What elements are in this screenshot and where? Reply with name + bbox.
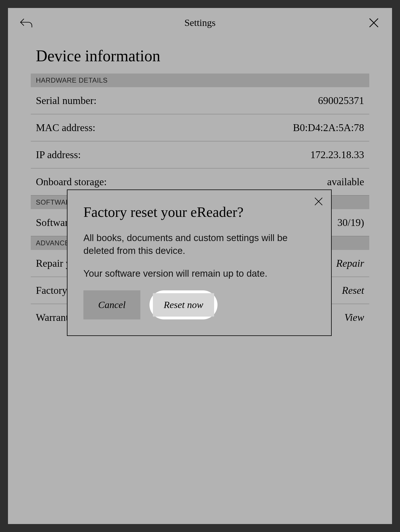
serial-label: Serial number: <box>36 95 97 107</box>
reset-button-highlight: Reset now <box>149 290 218 319</box>
back-icon[interactable] <box>19 16 33 30</box>
section-hardware: HARDWARE DETAILS <box>31 74 369 87</box>
mac-label: MAC address: <box>36 122 95 134</box>
header-bar: Settings <box>8 8 392 35</box>
dialog-title: Factory reset your eReader? <box>83 204 315 220</box>
mac-value: B0:D4:2A:5A:78 <box>293 122 364 134</box>
header-title: Settings <box>33 17 367 28</box>
ip-label: IP address: <box>36 149 81 161</box>
close-icon[interactable] <box>367 16 381 30</box>
dialog-close-icon[interactable] <box>313 196 324 207</box>
page-title: Device information <box>31 47 369 65</box>
row-mac: MAC address: B0:D4:2A:5A:78 <box>31 114 369 141</box>
onboard-label: Onboard storage: <box>36 176 107 188</box>
device-frame: Settings Device information HARDWARE DET… <box>0 0 400 532</box>
screen: Settings Device information HARDWARE DET… <box>8 8 392 524</box>
warranty-action[interactable]: View <box>344 311 364 323</box>
serial-value: 690025371 <box>318 95 364 107</box>
factory-reset-dialog: Factory reset your eReader? All books, d… <box>67 189 332 336</box>
row-ip: IP address: 172.23.18.33 <box>31 141 369 168</box>
dialog-button-row: Cancel Reset now <box>83 290 315 319</box>
row-serial: Serial number: 690025371 <box>31 87 369 114</box>
dialog-body-1: All books, documents and custom settings… <box>83 232 315 257</box>
repair-action[interactable]: Repair <box>336 257 364 269</box>
ip-value: 172.23.18.33 <box>310 149 364 161</box>
dialog-body-2: Your software version will remain up to … <box>83 267 315 280</box>
reset-now-button[interactable]: Reset now <box>153 293 214 317</box>
software-value: 30/19) <box>337 217 364 229</box>
factory-action[interactable]: Reset <box>342 284 364 296</box>
onboard-value: available <box>327 176 364 188</box>
cancel-button[interactable]: Cancel <box>83 290 140 319</box>
